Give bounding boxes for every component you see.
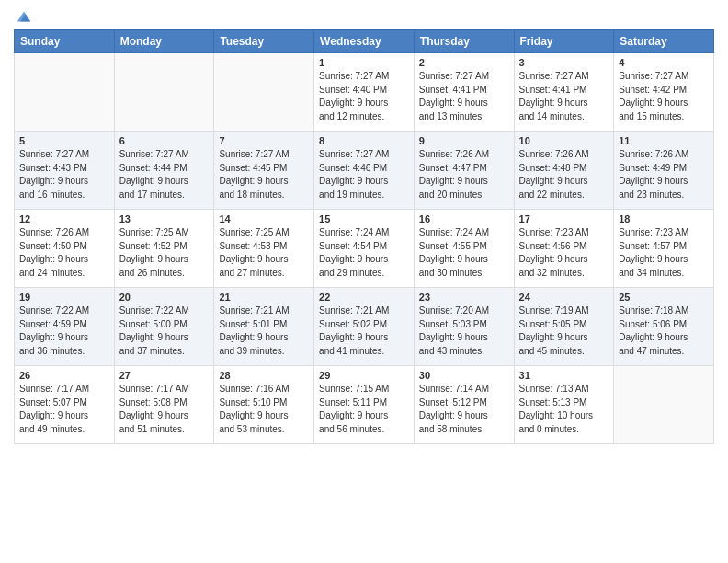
header-day-saturday: Saturday [614,30,714,53]
day-number: 12 [19,213,109,224]
empty-cell [214,53,314,132]
calendar-day-18: 18Sunrise: 7:23 AM Sunset: 4:57 PM Dayli… [614,210,714,288]
day-number: 15 [319,213,409,224]
calendar-day-28: 28Sunrise: 7:16 AM Sunset: 5:10 PM Dayli… [214,366,314,444]
calendar-day-7: 7Sunrise: 7:27 AM Sunset: 4:45 PM Daylig… [214,132,314,210]
calendar-day-20: 20Sunrise: 7:22 AM Sunset: 5:00 PM Dayli… [114,288,214,366]
day-info: Sunrise: 7:26 AM Sunset: 4:50 PM Dayligh… [19,226,109,280]
day-info: Sunrise: 7:13 AM Sunset: 5:13 PM Dayligh… [519,383,609,436]
calendar-day-22: 22Sunrise: 7:21 AM Sunset: 5:02 PM Dayli… [314,288,415,366]
empty-cell [15,53,115,132]
calendar-day-4: 4Sunrise: 7:27 AM Sunset: 4:42 PM Daylig… [614,53,714,132]
day-info: Sunrise: 7:27 AM Sunset: 4:41 PM Dayligh… [519,70,609,123]
day-info: Sunrise: 7:16 AM Sunset: 5:10 PM Dayligh… [219,383,309,436]
day-info: Sunrise: 7:27 AM Sunset: 4:46 PM Dayligh… [319,148,409,201]
day-number: 11 [619,135,709,146]
day-info: Sunrise: 7:19 AM Sunset: 5:05 PM Dayligh… [519,304,609,358]
header-day-monday: Monday [114,30,214,53]
header [14,9,714,22]
day-number: 13 [119,213,210,224]
day-info: Sunrise: 7:17 AM Sunset: 5:07 PM Dayligh… [19,383,109,436]
calendar-day-19: 19Sunrise: 7:22 AM Sunset: 4:59 PM Dayli… [15,288,115,366]
calendar-week-4: 19Sunrise: 7:22 AM Sunset: 4:59 PM Dayli… [15,288,714,366]
page: SundayMondayTuesdayWednesdayThursdayFrid… [0,0,728,458]
day-number: 9 [419,135,509,146]
calendar-day-6: 6Sunrise: 7:27 AM Sunset: 4:44 PM Daylig… [114,132,214,210]
day-info: Sunrise: 7:24 AM Sunset: 4:55 PM Dayligh… [419,226,509,280]
day-info: Sunrise: 7:20 AM Sunset: 5:03 PM Dayligh… [419,304,509,358]
day-number: 17 [519,213,609,224]
day-number: 24 [519,292,609,303]
logo [14,9,32,22]
day-number: 23 [419,292,509,303]
day-info: Sunrise: 7:21 AM Sunset: 5:02 PM Dayligh… [319,304,409,358]
logo-text [14,9,32,24]
calendar-day-29: 29Sunrise: 7:15 AM Sunset: 5:11 PM Dayli… [314,366,415,444]
calendar-day-27: 27Sunrise: 7:17 AM Sunset: 5:08 PM Dayli… [114,366,214,444]
day-number: 27 [119,370,210,381]
day-number: 16 [419,213,509,224]
day-info: Sunrise: 7:26 AM Sunset: 4:48 PM Dayligh… [519,148,609,201]
calendar-day-31: 31Sunrise: 7:13 AM Sunset: 5:13 PM Dayli… [514,366,614,444]
day-number: 30 [419,370,509,381]
day-number: 20 [119,292,210,303]
empty-cell [614,366,714,444]
calendar-header-row: SundayMondayTuesdayWednesdayThursdayFrid… [15,30,714,53]
calendar: SundayMondayTuesdayWednesdayThursdayFrid… [14,29,714,444]
calendar-day-8: 8Sunrise: 7:27 AM Sunset: 4:46 PM Daylig… [314,132,415,210]
day-info: Sunrise: 7:15 AM Sunset: 5:11 PM Dayligh… [319,383,409,436]
calendar-day-5: 5Sunrise: 7:27 AM Sunset: 4:43 PM Daylig… [15,132,115,210]
calendar-day-25: 25Sunrise: 7:18 AM Sunset: 5:06 PM Dayli… [614,288,714,366]
day-info: Sunrise: 7:26 AM Sunset: 4:47 PM Dayligh… [419,148,509,201]
day-info: Sunrise: 7:17 AM Sunset: 5:08 PM Dayligh… [119,383,210,436]
day-number: 5 [19,135,109,146]
header-day-tuesday: Tuesday [214,30,314,53]
empty-cell [114,53,214,132]
calendar-day-26: 26Sunrise: 7:17 AM Sunset: 5:07 PM Dayli… [15,366,115,444]
day-info: Sunrise: 7:27 AM Sunset: 4:44 PM Dayligh… [119,148,210,201]
calendar-day-10: 10Sunrise: 7:26 AM Sunset: 4:48 PM Dayli… [514,132,614,210]
calendar-day-17: 17Sunrise: 7:23 AM Sunset: 4:56 PM Dayli… [514,210,614,288]
calendar-day-11: 11Sunrise: 7:26 AM Sunset: 4:49 PM Dayli… [614,132,714,210]
day-info: Sunrise: 7:26 AM Sunset: 4:49 PM Dayligh… [619,148,709,201]
day-info: Sunrise: 7:22 AM Sunset: 4:59 PM Dayligh… [19,304,109,358]
header-day-thursday: Thursday [414,30,514,53]
day-info: Sunrise: 7:18 AM Sunset: 5:06 PM Dayligh… [619,304,709,358]
day-info: Sunrise: 7:21 AM Sunset: 5:01 PM Dayligh… [219,304,309,358]
day-info: Sunrise: 7:27 AM Sunset: 4:42 PM Dayligh… [619,70,709,123]
day-number: 26 [19,370,109,381]
day-number: 8 [319,135,409,146]
day-number: 28 [219,370,309,381]
day-info: Sunrise: 7:23 AM Sunset: 4:56 PM Dayligh… [519,226,609,280]
day-number: 18 [619,213,709,224]
day-info: Sunrise: 7:25 AM Sunset: 4:53 PM Dayligh… [219,226,309,280]
calendar-day-2: 2Sunrise: 7:27 AM Sunset: 4:41 PM Daylig… [414,53,514,132]
day-info: Sunrise: 7:27 AM Sunset: 4:43 PM Dayligh… [19,148,109,201]
day-number: 10 [519,135,609,146]
calendar-day-12: 12Sunrise: 7:26 AM Sunset: 4:50 PM Dayli… [15,210,115,288]
day-number: 25 [619,292,709,303]
calendar-week-2: 5Sunrise: 7:27 AM Sunset: 4:43 PM Daylig… [15,132,714,210]
day-info: Sunrise: 7:27 AM Sunset: 4:40 PM Dayligh… [319,70,409,123]
header-day-friday: Friday [514,30,614,53]
header-day-wednesday: Wednesday [314,30,415,53]
day-number: 2 [419,57,509,68]
day-number: 29 [319,370,409,381]
day-number: 7 [219,135,309,146]
day-number: 14 [219,213,309,224]
calendar-day-9: 9Sunrise: 7:26 AM Sunset: 4:47 PM Daylig… [414,132,514,210]
day-info: Sunrise: 7:27 AM Sunset: 4:45 PM Dayligh… [219,148,309,201]
calendar-day-15: 15Sunrise: 7:24 AM Sunset: 4:54 PM Dayli… [314,210,415,288]
day-number: 22 [319,292,409,303]
calendar-day-23: 23Sunrise: 7:20 AM Sunset: 5:03 PM Dayli… [414,288,514,366]
calendar-day-14: 14Sunrise: 7:25 AM Sunset: 4:53 PM Dayli… [214,210,314,288]
calendar-day-21: 21Sunrise: 7:21 AM Sunset: 5:01 PM Dayli… [214,288,314,366]
day-number: 21 [219,292,309,303]
calendar-day-1: 1Sunrise: 7:27 AM Sunset: 4:40 PM Daylig… [314,53,415,132]
header-day-sunday: Sunday [15,30,115,53]
calendar-day-3: 3Sunrise: 7:27 AM Sunset: 4:41 PM Daylig… [514,53,614,132]
calendar-day-24: 24Sunrise: 7:19 AM Sunset: 5:05 PM Dayli… [514,288,614,366]
day-info: Sunrise: 7:25 AM Sunset: 4:52 PM Dayligh… [119,226,210,280]
calendar-day-16: 16Sunrise: 7:24 AM Sunset: 4:55 PM Dayli… [414,210,514,288]
day-number: 4 [619,57,709,68]
